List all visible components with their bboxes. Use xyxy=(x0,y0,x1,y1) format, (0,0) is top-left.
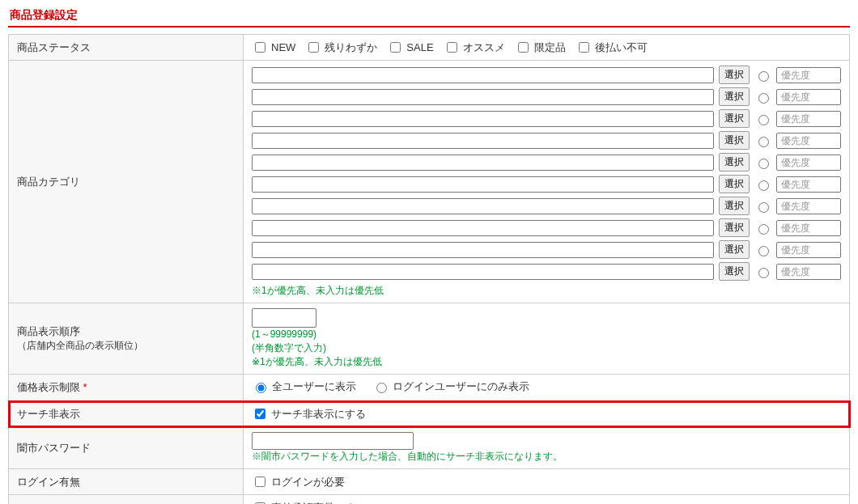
row-label-price-display: 価格表示制限 * xyxy=(9,375,244,401)
order-format-note: (半角数字で入力) xyxy=(252,342,326,354)
category-select-button-7[interactable]: 選択 xyxy=(719,218,750,237)
status-option-text-4: 限定品 xyxy=(534,40,566,55)
category-priority-input-2[interactable] xyxy=(776,111,841,127)
category-row-1: 選択 xyxy=(252,87,841,106)
category-default-radio-8[interactable] xyxy=(758,246,769,256)
category-input-5[interactable] xyxy=(252,176,714,193)
category-priority-input-3[interactable] xyxy=(776,133,841,149)
category-row-2: 選択 xyxy=(252,109,841,128)
category-select-button-9[interactable]: 選択 xyxy=(719,262,750,281)
category-row-9: 選択 xyxy=(252,262,841,281)
category-select-button-4[interactable]: 選択 xyxy=(719,153,750,172)
category-priority-input-7[interactable] xyxy=(776,220,841,236)
category-select-button-6[interactable]: 選択 xyxy=(719,197,750,215)
category-select-button-5[interactable]: 選択 xyxy=(719,175,750,193)
category-default-radio-6[interactable] xyxy=(758,202,769,213)
status-option-3[interactable]: オススメ xyxy=(444,40,505,55)
login-req-checkbox[interactable] xyxy=(255,476,265,487)
row-value-order: (1～99999999) (半角数字で入力) ※1が優先高、未入力は優先低 xyxy=(244,303,850,375)
category-default-radio-7[interactable] xyxy=(758,224,769,235)
pd-label: 価格表示制限 xyxy=(17,381,80,393)
settings-table: 商品ステータス NEW残りわずかSALEオススメ限定品後払い不可 商品カテゴリ … xyxy=(8,34,850,504)
row-label-search-hide: サーチ非表示 xyxy=(9,401,244,427)
category-select-button-2[interactable]: 選択 xyxy=(719,109,750,128)
status-option-0[interactable]: NEW xyxy=(252,40,295,55)
category-default-radio-0[interactable] xyxy=(758,71,769,82)
status-checkbox-2[interactable] xyxy=(390,42,401,53)
pd-login-text: ログインユーザーにのみ表示 xyxy=(393,379,529,394)
pre-approve-label[interactable]: 事前承認商品にする xyxy=(252,500,366,504)
row-value-category: 選択選択選択選択選択選択選択選択選択選択 ※1が優先高、未入力は優先低 xyxy=(244,61,850,303)
category-default-radio-4[interactable] xyxy=(758,159,769,169)
order-priority-note: ※1が優先高、未入力は優先低 xyxy=(252,356,382,367)
category-row-4: 選択 xyxy=(252,153,841,172)
category-row-7: 選択 xyxy=(252,218,841,237)
row-label-category: 商品カテゴリ xyxy=(9,61,244,303)
category-input-4[interactable] xyxy=(252,155,714,171)
order-input[interactable] xyxy=(252,308,316,328)
category-default-radio-5[interactable] xyxy=(758,180,769,191)
status-option-text-3: オススメ xyxy=(463,40,505,55)
status-option-text-5: 後払い不可 xyxy=(595,40,648,55)
category-input-7[interactable] xyxy=(252,220,714,236)
dark-pw-input[interactable] xyxy=(252,432,414,450)
category-row-5: 選択 xyxy=(252,175,841,193)
row-value-status: NEW残りわずかSALEオススメ限定品後払い不可 xyxy=(244,35,850,61)
pd-all-radio[interactable] xyxy=(256,383,266,393)
search-hide-text: サーチ非表示にする xyxy=(271,407,366,421)
category-select-button-8[interactable]: 選択 xyxy=(719,240,750,259)
dark-pw-note: ※闇市パスワードを入力した場合、自動的にサーチ非表示になります。 xyxy=(252,451,563,462)
category-priority-input-0[interactable] xyxy=(776,67,841,83)
status-option-text-0: NEW xyxy=(271,41,295,53)
row-label-order: 商品表示順序 （店舗内全商品の表示順位） xyxy=(9,303,244,375)
category-input-1[interactable] xyxy=(252,89,714,105)
status-option-1[interactable]: 残りわずか xyxy=(305,40,377,55)
category-priority-input-1[interactable] xyxy=(776,89,841,105)
category-note: ※1が優先高、未入力は優先低 xyxy=(252,284,841,298)
pd-login-radio[interactable] xyxy=(376,383,387,393)
pd-all-text: 全ユーザーに表示 xyxy=(272,379,356,394)
category-priority-input-9[interactable] xyxy=(776,264,841,280)
login-req-text: ログインが必要 xyxy=(271,475,345,489)
category-priority-input-8[interactable] xyxy=(776,242,841,258)
section-title: 商品登録設定 xyxy=(8,8,850,23)
status-checkbox-4[interactable] xyxy=(518,42,529,53)
category-default-radio-3[interactable] xyxy=(758,137,769,147)
category-priority-input-6[interactable] xyxy=(776,198,841,214)
category-input-6[interactable] xyxy=(252,198,714,214)
category-input-9[interactable] xyxy=(252,264,714,280)
status-checkbox-3[interactable] xyxy=(447,42,457,53)
section-rule xyxy=(8,26,850,28)
status-option-2[interactable]: SALE xyxy=(387,40,433,55)
category-default-radio-9[interactable] xyxy=(758,268,769,278)
pd-all-label[interactable]: 全ユーザーに表示 xyxy=(252,379,356,394)
row-value-pre-approve: 事前承認商品にする ※ 事前承認商品の場合、顧客管理にて承認した会員様が購入可能… xyxy=(244,495,850,505)
category-priority-input-5[interactable] xyxy=(776,176,841,193)
category-input-2[interactable] xyxy=(252,111,714,127)
category-default-radio-1[interactable] xyxy=(758,93,769,104)
category-input-8[interactable] xyxy=(252,242,714,258)
row-label-dark-pw: 闇市パスワード xyxy=(9,427,244,469)
status-option-text-1: 残りわずか xyxy=(325,40,377,55)
order-range-note: (1～99999999) xyxy=(252,328,316,340)
category-priority-input-4[interactable] xyxy=(776,155,841,171)
search-hide-checkbox[interactable] xyxy=(255,409,265,419)
status-option-4[interactable]: 限定品 xyxy=(515,40,566,55)
search-hide-label[interactable]: サーチ非表示にする xyxy=(252,406,366,421)
category-row-3: 選択 xyxy=(252,131,841,150)
category-select-button-1[interactable]: 選択 xyxy=(719,87,750,106)
category-select-button-3[interactable]: 選択 xyxy=(719,131,750,150)
category-input-3[interactable] xyxy=(252,133,714,149)
category-input-0[interactable] xyxy=(252,67,714,83)
row-label-status: 商品ステータス xyxy=(9,35,244,61)
status-checkbox-5[interactable] xyxy=(579,42,589,53)
category-default-radio-2[interactable] xyxy=(758,115,769,125)
login-req-label[interactable]: ログインが必要 xyxy=(252,474,345,489)
row-value-price-display: 全ユーザーに表示 ログインユーザーにのみ表示 xyxy=(244,375,850,401)
status-checkbox-1[interactable] xyxy=(308,42,319,53)
row-value-search-hide: サーチ非表示にする xyxy=(244,401,850,427)
status-option-5[interactable]: 後払い不可 xyxy=(576,40,648,55)
pd-login-label[interactable]: ログインユーザーにのみ表示 xyxy=(372,379,529,394)
status-checkbox-0[interactable] xyxy=(255,42,265,53)
category-select-button-0[interactable]: 選択 xyxy=(719,66,750,84)
